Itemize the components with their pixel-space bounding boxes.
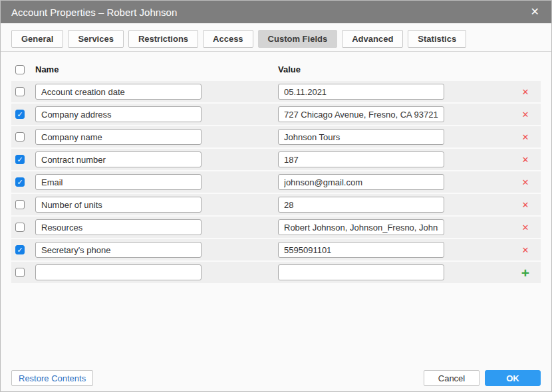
delete-row-icon[interactable]: ✕ <box>522 88 529 96</box>
value-column-header: Value <box>278 64 517 74</box>
tab-custom-fields[interactable]: Custom Fields <box>258 30 338 48</box>
delete-row-icon[interactable]: ✕ <box>522 155 529 164</box>
tab-restrictions[interactable]: Restrictions <box>128 30 198 48</box>
field-name-input[interactable] <box>35 106 202 122</box>
table-row: ✓ ✕ <box>11 171 541 193</box>
table-row: ✕ <box>11 217 541 238</box>
delete-row-icon[interactable]: ✕ <box>522 133 529 142</box>
row-checkbox[interactable]: ✓ <box>15 155 25 164</box>
tab-general[interactable]: General <box>11 30 63 48</box>
field-value-input[interactable] <box>278 84 444 100</box>
row-checkbox[interactable] <box>15 268 25 277</box>
field-name-input[interactable] <box>35 84 202 100</box>
cancel-button[interactable]: Cancel <box>424 370 480 386</box>
delete-row-icon[interactable]: ✕ <box>522 110 529 119</box>
row-checkbox[interactable]: ✓ <box>15 177 25 187</box>
add-row-icon[interactable]: + <box>521 266 529 280</box>
field-value-input[interactable] <box>278 106 444 122</box>
row-checkbox[interactable]: ✓ <box>15 110 25 119</box>
delete-row-icon[interactable]: ✕ <box>522 223 529 232</box>
field-name-input[interactable] <box>35 174 202 190</box>
table-row: ✓ ✕ <box>11 149 541 170</box>
delete-row-icon[interactable]: ✕ <box>522 178 529 187</box>
tab-access[interactable]: Access <box>203 30 253 48</box>
row-checkbox[interactable]: ✓ <box>15 245 25 254</box>
tab-advanced[interactable]: Advanced <box>342 30 403 48</box>
dialog-titlebar: Account Properties – Robert Johnson ✕ <box>1 1 551 23</box>
field-name-input[interactable] <box>35 151 202 167</box>
table-row: ✓ ✕ <box>11 239 541 260</box>
delete-row-icon[interactable]: ✕ <box>522 201 529 209</box>
table-row: + <box>11 262 541 283</box>
custom-fields-rows: ✕ ✓ ✕ ✕ ✓ <box>11 81 541 283</box>
table-row: ✕ <box>11 194 541 215</box>
field-value-input[interactable] <box>278 264 444 280</box>
dialog-title: Account Properties – Robert Johnson <box>11 7 177 18</box>
close-icon[interactable]: ✕ <box>528 5 542 19</box>
field-name-input[interactable] <box>35 264 202 280</box>
select-all-checkbox[interactable] <box>15 65 25 74</box>
field-value-input[interactable] <box>278 151 444 167</box>
row-checkbox[interactable] <box>15 132 25 142</box>
field-value-input[interactable] <box>278 174 444 190</box>
table-row: ✓ ✕ <box>11 104 541 125</box>
field-value-input[interactable] <box>278 242 444 258</box>
ok-button[interactable]: OK <box>485 370 541 386</box>
field-value-input[interactable] <box>278 129 444 145</box>
field-value-input[interactable] <box>278 197 444 213</box>
field-value-input[interactable] <box>278 219 444 235</box>
dialog-footer: Restore Contents Cancel OK <box>11 370 541 386</box>
name-column-header: Name <box>35 64 278 74</box>
field-name-input[interactable] <box>35 129 202 145</box>
tab-statistics[interactable]: Statistics <box>408 30 466 48</box>
account-properties-dialog: Account Properties – Robert Johnson ✕ Ge… <box>0 0 552 392</box>
custom-fields-table: Name Value ✕ ✓ ✕ <box>1 52 551 283</box>
tab-services[interactable]: Services <box>68 30 124 48</box>
row-checkbox[interactable] <box>15 200 25 209</box>
field-name-input[interactable] <box>35 197 202 213</box>
table-row: ✕ <box>11 81 541 102</box>
row-checkbox[interactable] <box>15 87 25 96</box>
field-name-input[interactable] <box>35 242 202 258</box>
delete-row-icon[interactable]: ✕ <box>522 246 529 254</box>
row-checkbox[interactable] <box>15 223 25 232</box>
field-name-input[interactable] <box>35 219 202 235</box>
table-row: ✕ <box>11 126 541 147</box>
table-header-row: Name Value <box>11 60 541 78</box>
restore-contents-button[interactable]: Restore Contents <box>11 370 93 386</box>
tab-bar: GeneralServicesRestrictionsAccessCustom … <box>1 23 551 52</box>
